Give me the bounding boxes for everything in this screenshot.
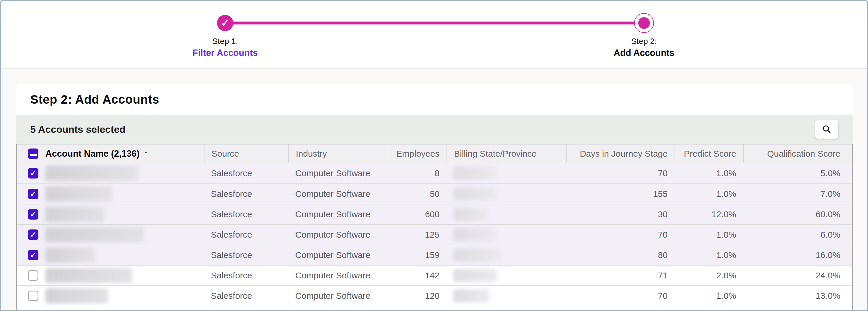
cell-employees: 120 <box>388 286 446 306</box>
cell-employees: 50 <box>388 184 446 204</box>
header-qualification-score[interactable]: Qualification Score <box>743 144 852 163</box>
cell-days-in-journey-stage: 70 <box>566 163 675 183</box>
step-1-node[interactable]: ✓ <box>217 15 233 31</box>
billing-state-redacted <box>454 167 496 180</box>
cell-days-in-journey-stage: 70 <box>566 225 675 245</box>
header-days-in-journey-stage[interactable]: Days in Journey Stage <box>566 144 675 163</box>
step-1-label: Step 1: <box>164 35 286 47</box>
cell-industry: Computer Software <box>288 204 388 224</box>
cell-source: Salesforce <box>204 184 288 204</box>
billing-state-redacted <box>454 269 497 282</box>
table-row: Salesforce Computer Software 142 71 2.0%… <box>17 265 852 285</box>
cell-predict-score: 1.0% <box>675 163 743 183</box>
accounts-table: ▬ Account Name (2,136) ↑ Source Industry… <box>16 144 853 311</box>
header-predict-score[interactable]: Predict Score <box>675 144 743 163</box>
cell-source: Salesforce <box>204 225 288 245</box>
cell-predict-score: 2.0% <box>675 265 743 285</box>
table-row: ✓ Salesforce Computer Software 600 30 12… <box>17 204 852 224</box>
select-all-checkbox[interactable]: ▬ <box>28 148 38 159</box>
header-billing-state[interactable]: Billing State/Province <box>446 144 566 163</box>
cell-qualification-score: 7.0% <box>743 184 852 204</box>
wizard-stepper: ✓ Step 1: Filter Accounts Step 2: Add Ac… <box>1 1 867 69</box>
cell-days-in-journey-stage: 155 <box>566 184 675 204</box>
cell-predict-score: 1.0% <box>675 245 743 265</box>
billing-state-redacted <box>454 289 489 302</box>
row-checkbox[interactable] <box>28 270 38 281</box>
cell-employees: 142 <box>388 265 446 285</box>
cell-predict-score: 1.0% <box>675 225 743 245</box>
row-checkbox[interactable]: ✓ <box>28 189 38 199</box>
account-name-redacted <box>45 207 104 222</box>
cell-industry: Computer Software <box>288 184 388 204</box>
account-name-redacted <box>45 268 132 283</box>
cell-days-in-journey-stage: 80 <box>566 245 675 265</box>
step-2-ring[interactable] <box>634 13 654 33</box>
step-2-name: Add Accounts <box>583 47 705 59</box>
step-2-label: Step 2: <box>583 35 705 47</box>
cell-employees: 125 <box>388 225 446 245</box>
table-row: ✓ Salesforce Computer Software 159 80 1.… <box>17 245 852 265</box>
cell-employees: 159 <box>388 245 446 265</box>
billing-state-redacted <box>454 228 496 241</box>
cell-industry: Computer Software <box>288 163 388 183</box>
cell-days-in-journey-stage: 30 <box>566 204 675 224</box>
header-industry[interactable]: Industry <box>288 144 388 163</box>
cell-industry: Computer Software <box>288 225 388 245</box>
cell-source: Salesforce <box>204 204 288 224</box>
row-checkbox[interactable]: ✓ <box>28 250 38 260</box>
step-1-name[interactable]: Filter Accounts <box>164 47 286 59</box>
table-header-row: ▬ Account Name (2,136) ↑ Source Industry… <box>17 144 852 163</box>
panel-heading: Step 2: Add Accounts <box>16 84 853 115</box>
row-checkbox[interactable]: ✓ <box>28 229 38 240</box>
account-name-redacted <box>45 248 94 263</box>
cell-days-in-journey-stage: 71 <box>566 265 675 285</box>
row-checkbox[interactable] <box>28 291 38 301</box>
cell-source: Salesforce <box>204 265 288 285</box>
cell-qualification-score: 60.0% <box>743 204 852 224</box>
selected-count-text: 5 Accounts selected <box>30 124 126 135</box>
selection-summary-bar: 5 Accounts selected <box>16 115 853 144</box>
row-checkbox[interactable]: ✓ <box>28 209 38 220</box>
cell-industry: Computer Software <box>288 286 388 306</box>
account-name-column-label[interactable]: Account Name (2,136) <box>45 148 140 159</box>
step-2-node[interactable] <box>634 13 654 33</box>
cell-billing-state <box>446 163 566 183</box>
step-2-dot-icon <box>638 17 650 29</box>
step-2-labels: Step 2: Add Accounts <box>583 35 705 59</box>
cell-days-in-journey-stage: 70 <box>566 286 675 306</box>
table-row: ✓ Salesforce Computer Software 125 70 1.… <box>17 224 852 245</box>
billing-state-redacted <box>454 208 488 221</box>
account-name-redacted <box>45 187 112 201</box>
cell-billing-state <box>446 225 566 245</box>
cell-billing-state <box>446 184 566 204</box>
app-window: ✓ Step 1: Filter Accounts Step 2: Add Ac… <box>0 0 868 311</box>
cell-billing-state <box>446 204 566 224</box>
cell-industry: Computer Software <box>288 245 388 265</box>
header-employees[interactable]: Employees <box>388 144 446 163</box>
cell-predict-score: 12.0% <box>675 204 743 224</box>
magnifier-icon <box>822 124 832 134</box>
search-button[interactable] <box>815 120 838 139</box>
step-1-check-icon[interactable]: ✓ <box>217 15 233 31</box>
table-row: ✓ Salesforce Computer Software 50 155 1.… <box>17 183 852 204</box>
billing-state-redacted <box>454 249 501 261</box>
step-1-labels[interactable]: Step 1: Filter Accounts <box>164 35 286 59</box>
partial-next-row <box>17 306 852 311</box>
header-source[interactable]: Source <box>204 144 288 163</box>
cell-billing-state <box>446 265 566 285</box>
table-row: Salesforce Computer Software 120 70 1.0%… <box>17 285 852 306</box>
account-name-redacted <box>45 288 108 304</box>
cell-qualification-score: 16.0% <box>743 245 852 265</box>
account-name-redacted <box>45 227 144 242</box>
table-row: ✓ Salesforce Computer Software 8 70 1.0%… <box>17 163 852 183</box>
cell-qualification-score: 24.0% <box>743 265 852 285</box>
account-name-redacted <box>45 166 138 181</box>
row-checkbox[interactable]: ✓ <box>28 168 38 178</box>
cell-qualification-score: 6.0% <box>743 225 852 245</box>
header-account-name[interactable]: ▬ Account Name (2,136) ↑ <box>17 144 204 163</box>
billing-state-redacted <box>454 188 495 200</box>
cell-billing-state <box>446 286 566 306</box>
cell-employees: 600 <box>388 204 446 224</box>
sort-ascending-icon[interactable]: ↑ <box>144 148 148 159</box>
cell-source: Salesforce <box>204 245 288 265</box>
